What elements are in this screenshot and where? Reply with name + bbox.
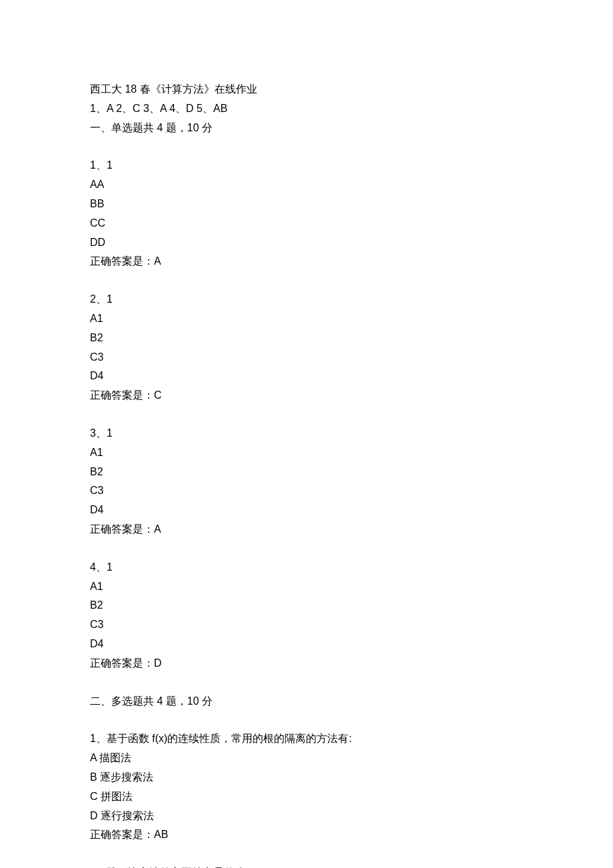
option: CC <box>90 214 523 233</box>
correct-answer: 正确答案是：A <box>90 252 523 271</box>
question-block: 4、1 A1 B2 C3 D4 正确答案是：D <box>90 558 523 673</box>
question-block: 3、1 A1 B2 C3 D4 正确答案是：A <box>90 424 523 539</box>
option: B 逐步搜索法 <box>90 768 523 787</box>
option: C3 <box>90 481 523 501</box>
option: D4 <box>90 367 523 386</box>
option: DD <box>90 233 523 253</box>
answer-key-line: 1、A 2、C 3、A 4、D 5、AB <box>90 99 523 119</box>
option: B2 <box>90 329 523 348</box>
question-block: 2、雅可比方法的主要特点是什么？ A 算法稳定 B 精度高 <box>90 863 523 868</box>
correct-answer: 正确答案是：D <box>90 654 523 673</box>
correct-answer: 正确答案是：A <box>90 520 523 539</box>
correct-answer: 正确答案是：AB <box>90 825 523 845</box>
question-block: 1、基于函数 f(x)的连续性质，常用的根的隔离的方法有: A 描图法 B 逐步… <box>90 729 523 845</box>
option: C 拼图法 <box>90 787 523 807</box>
option: D 逐行搜索法 <box>90 807 523 826</box>
question-number: 2、1 <box>90 290 523 309</box>
question-number: 4、1 <box>90 558 523 577</box>
assignment-title: 西工大 18 春《计算方法》在线作业 <box>90 80 523 99</box>
option: AA <box>90 175 523 195</box>
option: A1 <box>90 309 523 329</box>
option: B2 <box>90 463 523 482</box>
question-block: 2、1 A1 B2 C3 D4 正确答案是：C <box>90 290 523 405</box>
section-title-single: 一、单选题共 4 题，10 分 <box>90 119 523 138</box>
question-number: 1、1 <box>90 156 523 175</box>
option: A 描图法 <box>90 749 523 768</box>
option: B2 <box>90 596 523 615</box>
correct-answer: 正确答案是：C <box>90 386 523 405</box>
option: C3 <box>90 348 523 367</box>
option: D4 <box>90 635 523 654</box>
option: C3 <box>90 615 523 635</box>
section-title-multi: 二、多选题共 4 题，10 分 <box>90 692 523 711</box>
question-number: 2、雅可比方法的主要特点是什么？ <box>90 863 523 868</box>
option: BB <box>90 195 523 214</box>
question-number: 3、1 <box>90 424 523 443</box>
option: D4 <box>90 501 523 520</box>
question-block: 1、1 AA BB CC DD 正确答案是：A <box>90 156 523 271</box>
question-number: 1、基于函数 f(x)的连续性质，常用的根的隔离的方法有: <box>90 729 523 749</box>
option: A1 <box>90 443 523 463</box>
option: A1 <box>90 577 523 597</box>
